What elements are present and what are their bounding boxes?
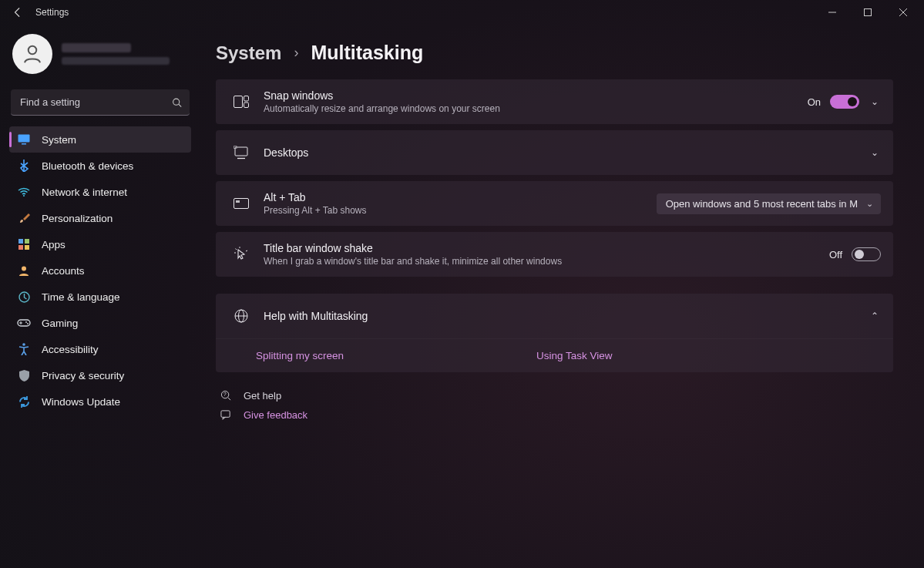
display-icon [17,133,31,146]
alt-tab-dropdown[interactable]: Open windows and 5 most recent tabs in M… [657,193,881,214]
svg-line-30 [227,398,230,400]
setting-alt-tab[interactable]: Alt + Tab Pressing Alt + Tab shows Open … [216,181,893,226]
sidebar-item-personalization[interactable]: Personalization [9,205,191,231]
help-links: Splitting my screen Using Task View [216,338,893,372]
setting-subtitle: Pressing Alt + Tab shows [264,205,367,216]
help-link-taskview[interactable]: Using Task View [536,350,613,361]
minimize-button[interactable] [815,2,850,23]
wifi-icon [17,185,31,199]
nav-list: SystemBluetooth & devicesNetwork & inter… [9,126,191,415]
svg-point-7 [23,195,25,197]
breadcrumb: System › Multitasking [216,42,893,64]
toggle-label: Off [829,249,842,260]
globe-help-icon [233,308,250,324]
setting-subtitle: When I grab a window's title bar and sha… [264,256,562,267]
snap-toggle[interactable] [830,95,859,109]
get-help-link[interactable]: ? Get help [216,386,893,405]
breadcrumb-parent[interactable]: System [216,42,281,64]
setting-title: Snap windows [264,89,500,102]
setting-snap-windows[interactable]: Snap windows Automatically resize and ar… [216,79,893,124]
sidebar-item-windows-update[interactable]: Windows Update [9,388,191,415]
chevron-down-icon[interactable]: ⌄ [869,147,881,158]
sidebar-item-time-language[interactable]: Time & language [9,284,191,310]
sidebar-item-label: Gaming [42,318,78,329]
svg-rect-24 [234,199,249,209]
sidebar-item-accounts[interactable]: Accounts [9,257,191,284]
setting-title: Desktops [264,146,308,159]
title-bar: Settings [0,0,924,25]
svg-rect-8 [18,239,23,244]
bluetooth-icon [17,159,31,173]
get-help-label: Get help [244,390,281,402]
maximize-button[interactable] [850,2,885,23]
svg-rect-11 [25,245,29,250]
avatar [12,34,52,74]
svg-text:?: ? [223,392,227,397]
window-title: Settings [35,7,69,18]
setting-title: Alt + Tab [264,191,367,203]
setting-title: Title bar window shake [264,242,562,254]
person-icon [17,264,31,277]
search-icon [172,98,182,108]
svg-point-2 [29,46,37,55]
sidebar-item-label: Personalization [42,213,113,224]
accessibility-icon [17,342,31,356]
dropdown-selected: Open windows and 5 most recent tabs in M [666,198,858,210]
brush-icon [17,211,31,225]
svg-rect-32 [220,411,229,417]
profile-section[interactable] [9,29,191,85]
snap-layout-icon [233,93,250,110]
svg-point-17 [22,343,25,346]
give-feedback-label: Give feedback [244,409,307,421]
help-header[interactable]: Help with Multitasking ⌃ [216,294,893,338]
svg-rect-19 [244,96,249,102]
update-icon [17,395,31,408]
svg-rect-5 [18,135,30,143]
sidebar-item-network-internet[interactable]: Network & internet [9,179,191,205]
footer-links: ? Get help Give feedback [216,386,893,425]
setting-subtitle: Automatically resize and arrange windows… [264,103,500,114]
sidebar: SystemBluetooth & devicesNetwork & inter… [0,25,200,568]
sidebar-item-apps[interactable]: Apps [9,231,191,257]
sidebar-item-label: Network & internet [42,187,127,198]
sidebar-item-bluetooth-devices[interactable]: Bluetooth & devices [9,153,191,179]
chevron-up-icon[interactable]: ⌃ [869,311,881,321]
sidebar-item-privacy-security[interactable]: Privacy & security [9,362,191,388]
give-feedback-link[interactable]: Give feedback [216,405,893,425]
svg-rect-20 [244,103,249,108]
setting-title-bar-shake[interactable]: Title bar window shake When I grab a win… [216,232,893,277]
apps-icon [17,237,31,251]
shake-toggle[interactable] [852,247,881,261]
desktops-icon [233,144,250,161]
sidebar-item-label: System [42,134,76,146]
svg-rect-1 [865,9,872,16]
help-title: Help with Multitasking [264,310,368,322]
sidebar-item-label: Bluetooth & devices [42,160,133,172]
shield-icon [17,368,31,382]
sidebar-item-accessibility[interactable]: Accessibility [9,336,191,362]
chevron-down-icon: ⌄ [866,199,873,209]
svg-rect-9 [25,239,29,244]
sidebar-item-label: Time & language [42,291,120,303]
svg-rect-25 [236,200,240,203]
sidebar-item-gaming[interactable]: Gaming [9,310,191,336]
chevron-down-icon[interactable]: ⌄ [869,96,881,107]
search-wrap [11,89,190,116]
svg-point-16 [27,323,29,324]
help-icon: ? [219,390,233,402]
close-button[interactable] [885,2,921,23]
help-link-splitting[interactable]: Splitting my screen [256,350,344,361]
profile-email-redacted [62,57,170,65]
svg-point-3 [173,99,180,105]
search-input[interactable] [11,89,190,116]
back-button[interactable] [3,0,32,25]
help-section: Help with Multitasking ⌃ Splitting my sc… [216,294,893,372]
sidebar-item-system[interactable]: System [9,126,191,153]
sidebar-item-label: Apps [42,239,66,250]
sidebar-item-label: Accounts [42,265,85,277]
svg-rect-10 [18,245,23,250]
sidebar-item-label: Windows Update [42,396,120,408]
main-content: System › Multitasking Snap windows Autom… [200,25,924,568]
clock-globe-icon [17,290,31,304]
setting-desktops[interactable]: Desktops ⌄ [216,130,893,175]
